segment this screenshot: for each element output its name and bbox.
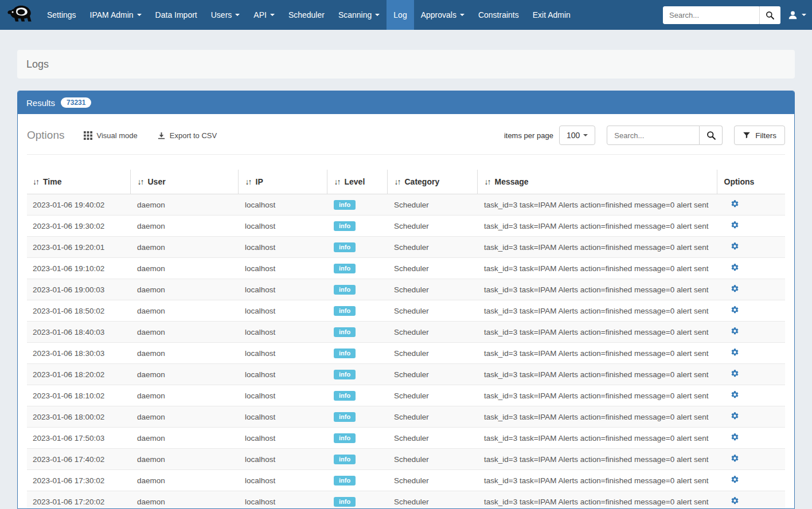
filter-icon xyxy=(743,131,751,139)
export-csv-button[interactable]: Export to CSV xyxy=(157,131,217,140)
visual-mode-button[interactable]: Visual mode xyxy=(84,131,137,140)
sort-icon: ↓↑ xyxy=(395,177,400,186)
level-badge: info xyxy=(334,306,356,316)
log-table: ↓↑Time↓↑User↓↑IP↓↑Level↓↑Category↓↑Messa… xyxy=(27,170,785,509)
nav-item-log[interactable]: Log xyxy=(387,0,413,30)
navbar-search-group xyxy=(663,6,780,24)
cell-time: 2023-01-06 17:20:02 xyxy=(27,491,130,509)
cell-ip: localhost xyxy=(238,406,327,428)
cell-message: task_id=3 task=IPAM Alerts action=finish… xyxy=(477,279,717,300)
cell-level: info xyxy=(327,322,387,343)
table-search-button[interactable] xyxy=(700,126,723,145)
gear-icon xyxy=(731,369,739,378)
user-menu[interactable] xyxy=(787,10,806,21)
table-row: 2023-01-06 17:20:02 daemon localhost inf… xyxy=(27,491,785,509)
table-row: 2023-01-06 18:00:02 daemon localhost inf… xyxy=(27,406,785,428)
cell-time: 2023-01-06 18:20:02 xyxy=(27,364,130,385)
column-header-time[interactable]: ↓↑Time xyxy=(27,170,130,194)
row-options-button[interactable] xyxy=(731,369,739,378)
chevron-down-icon xyxy=(583,134,588,136)
cell-user: daemon xyxy=(130,385,238,406)
cell-options xyxy=(717,194,785,216)
cell-user: daemon xyxy=(130,428,238,449)
cell-level: info xyxy=(327,279,387,300)
nav-item-scheduler[interactable]: Scheduler xyxy=(282,0,331,30)
table-search-input[interactable] xyxy=(607,126,700,145)
primary-nav: SettingsIPAM AdminData ImportUsersAPISch… xyxy=(40,0,577,30)
row-options-button[interactable] xyxy=(731,199,739,208)
filters-button[interactable]: Filters xyxy=(734,126,785,145)
row-options-button[interactable] xyxy=(731,390,739,399)
chevron-down-icon xyxy=(460,14,464,16)
level-badge: info xyxy=(334,327,356,337)
navbar-search-input[interactable] xyxy=(663,6,759,24)
nav-item-ipam-admin[interactable]: IPAM Admin xyxy=(83,0,149,30)
level-badge: info xyxy=(334,433,356,443)
column-header-user[interactable]: ↓↑User xyxy=(130,170,238,194)
cell-category: Scheduler xyxy=(387,385,477,406)
cell-user: daemon xyxy=(130,237,238,258)
results-panel: Results 73231 Options xyxy=(17,91,795,509)
cell-message: task_id=3 task=IPAM Alerts action=finish… xyxy=(477,385,717,406)
cell-options xyxy=(717,279,785,300)
cell-category: Scheduler xyxy=(387,343,477,364)
row-options-button[interactable] xyxy=(731,348,739,357)
cell-category: Scheduler xyxy=(387,258,477,279)
nav-item-users[interactable]: Users xyxy=(204,0,247,30)
level-badge: info xyxy=(334,285,356,295)
cell-time: 2023-01-06 18:50:02 xyxy=(27,300,130,322)
cell-level: info xyxy=(327,364,387,385)
nav-item-scanning[interactable]: Scanning xyxy=(331,0,387,30)
column-header-message[interactable]: ↓↑Message xyxy=(477,170,717,194)
table-header-row: ↓↑Time↓↑User↓↑IP↓↑Level↓↑Category↓↑Messa… xyxy=(27,170,785,194)
phpipam-mammoth-logo[interactable] xyxy=(3,0,40,30)
column-header-category[interactable]: ↓↑Category xyxy=(387,170,477,194)
row-options-button[interactable] xyxy=(731,475,739,484)
row-options-button[interactable] xyxy=(731,306,739,314)
cell-message: task_id=3 task=IPAM Alerts action=finish… xyxy=(477,237,717,258)
cell-ip: localhost xyxy=(238,237,327,258)
cell-user: daemon xyxy=(130,300,238,322)
column-header-level[interactable]: ↓↑Level xyxy=(327,170,387,194)
cell-message: task_id=3 task=IPAM Alerts action=finish… xyxy=(477,428,717,449)
row-options-button[interactable] xyxy=(731,496,739,505)
cell-user: daemon xyxy=(130,216,238,237)
nav-item-approvals[interactable]: Approvals xyxy=(414,0,471,30)
cell-category: Scheduler xyxy=(387,322,477,343)
row-options-button[interactable] xyxy=(731,263,739,272)
nav-item-settings[interactable]: Settings xyxy=(40,0,83,30)
row-options-button[interactable] xyxy=(731,433,739,441)
cell-category: Scheduler xyxy=(387,428,477,449)
navbar-search-button[interactable] xyxy=(759,6,780,24)
row-options-button[interactable] xyxy=(731,221,739,229)
cell-options xyxy=(717,322,785,343)
items-per-page-select[interactable]: 100 xyxy=(559,126,595,145)
level-badge: info xyxy=(334,497,356,507)
cell-category: Scheduler xyxy=(387,406,477,428)
row-options-button[interactable] xyxy=(731,454,739,463)
row-options-button[interactable] xyxy=(731,327,739,335)
download-icon xyxy=(157,131,166,140)
nav-item-exit-admin[interactable]: Exit Admin xyxy=(526,0,577,30)
row-options-button[interactable] xyxy=(731,412,739,420)
cell-options xyxy=(717,300,785,322)
navbar-right xyxy=(663,0,812,30)
cell-ip: localhost xyxy=(238,491,327,509)
chevron-down-icon xyxy=(375,14,380,16)
search-icon xyxy=(706,130,716,140)
sort-icon: ↓↑ xyxy=(245,177,251,186)
nav-item-constraints[interactable]: Constraints xyxy=(471,0,526,30)
nav-item-data-import[interactable]: Data Import xyxy=(149,0,204,30)
cell-category: Scheduler xyxy=(387,364,477,385)
cell-level: info xyxy=(327,428,387,449)
column-header-options: Options xyxy=(717,170,785,194)
nav-item-api[interactable]: API xyxy=(247,0,282,30)
cell-options xyxy=(717,237,785,258)
filters-label: Filters xyxy=(755,131,776,140)
sort-icon: ↓↑ xyxy=(33,177,38,186)
row-options-button[interactable] xyxy=(731,242,739,250)
cell-ip: localhost xyxy=(238,364,327,385)
row-options-button[interactable] xyxy=(731,284,739,293)
column-header-ip[interactable]: ↓↑IP xyxy=(238,170,327,194)
sort-icon: ↓↑ xyxy=(334,177,340,186)
